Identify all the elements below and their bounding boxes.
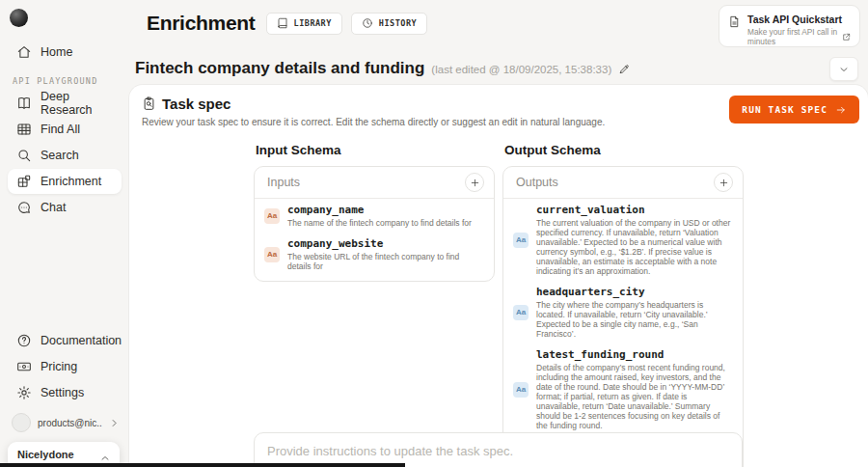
output-field-row[interactable]: Aa headquarters_city The city where the … xyxy=(503,281,743,343)
library-book-icon xyxy=(277,17,288,29)
sidebar-item-deep-research[interactable]: Deep Research xyxy=(8,91,122,116)
sidebar-item-documentation[interactable]: Documentation xyxy=(8,328,122,353)
text-type-badge: Aa xyxy=(264,208,280,224)
sidebar-item-label: Home xyxy=(41,45,72,59)
history-button-label: HISTORY xyxy=(379,18,417,28)
field-name: company_website xyxy=(287,237,482,250)
gear-icon xyxy=(16,385,32,400)
field-name: latest_funding_round xyxy=(536,348,731,361)
sidebar-item-label: Documentation xyxy=(41,334,122,347)
field-name: company_name xyxy=(287,204,472,216)
input-field-row[interactable]: Aa company_website The website URL of th… xyxy=(255,233,494,281)
sidebar-item-label: Find All xyxy=(41,123,80,136)
output-schema-heading: Output Schema xyxy=(504,143,744,157)
page-title-row: Fintech company details and funding (las… xyxy=(135,59,631,78)
sidebar-item-home[interactable]: Home xyxy=(8,40,122,65)
sidebar: Home API PLAYGROUND Deep Research Find A… xyxy=(0,0,129,467)
document-icon xyxy=(728,15,741,39)
run-task-spec-button[interactable]: RUN TASK SPEC xyxy=(729,96,859,124)
banknote-icon xyxy=(16,359,32,374)
last-edited-timestamp: (last edited @ 18/09/2025, 15:38:33) xyxy=(431,64,611,75)
library-button-label: LIBRARY xyxy=(294,18,332,28)
field-name: headquarters_city xyxy=(536,286,731,298)
plus-icon xyxy=(470,178,480,188)
sidebar-item-label: Pricing xyxy=(41,360,77,373)
help-circle-icon xyxy=(16,333,32,348)
quickstart-card[interactable]: Task API Quickstart Make your first API … xyxy=(719,5,860,47)
run-task-spec-label: RUN TASK SPEC xyxy=(742,104,827,115)
task-spec-title: Task spec xyxy=(162,96,231,112)
sidebar-item-find-all[interactable]: Find All xyxy=(8,117,122,142)
plus-icon xyxy=(719,178,729,188)
input-schema-heading: Input Schema xyxy=(256,143,495,157)
chat-bubble-icon xyxy=(16,200,32,215)
sidebar-item-pricing[interactable]: Pricing xyxy=(8,354,122,379)
text-type-badge: Aa xyxy=(513,382,529,398)
table-plus-icon xyxy=(16,174,32,189)
task-spec-panel: Task spec Review your task spec to ensur… xyxy=(129,85,868,467)
workspace-name: Nicelydone xyxy=(17,449,110,460)
field-name: current_valuation xyxy=(536,204,731,216)
field-description: The website URL of the fintech company t… xyxy=(287,252,482,271)
field-description: Details of the company’s most recent fun… xyxy=(536,363,731,430)
collapse-panel-button[interactable] xyxy=(829,57,858,81)
add-output-button[interactable] xyxy=(714,173,733,192)
account-switcher[interactable]: products@nic... xyxy=(12,413,120,432)
sidebar-item-label: Enrichment xyxy=(41,175,101,188)
inputs-card: Inputs Aa company_name The name of the f… xyxy=(254,166,495,282)
field-description: The name of the fintech company to find … xyxy=(287,218,472,228)
output-schema-column: Output Schema Outputs Aa current_valuati… xyxy=(502,143,744,467)
input-field-row[interactable]: Aa company_name The name of the fintech … xyxy=(255,199,494,233)
instruction-input[interactable] xyxy=(254,432,743,467)
task-spec-description: Review your task spec to ensure it is co… xyxy=(142,117,605,127)
output-field-row[interactable]: Aa latest_funding_round Details of the c… xyxy=(503,343,743,435)
home-icon xyxy=(16,44,32,60)
sidebar-section-label: API PLAYGROUND xyxy=(13,76,97,86)
bottom-edge-bar xyxy=(0,463,405,467)
sidebar-item-search[interactable]: Search xyxy=(8,143,122,168)
account-email: products@nic... xyxy=(38,418,102,428)
table-icon xyxy=(16,122,32,137)
sidebar-item-chat[interactable]: Chat xyxy=(8,195,122,220)
chevron-down-icon xyxy=(838,64,850,75)
add-input-button[interactable] xyxy=(465,173,484,192)
output-field-row[interactable]: Aa current_valuation The current valuati… xyxy=(503,199,743,281)
app-header: Enrichment LIBRARY HISTORY xyxy=(147,12,427,35)
sidebar-item-label: Deep Research xyxy=(41,90,113,117)
chevron-right-icon xyxy=(109,418,120,428)
book-open-icon xyxy=(16,96,32,111)
field-description: The current valuation of the company in … xyxy=(536,218,731,276)
history-button[interactable]: HISTORY xyxy=(351,13,427,35)
outputs-card: Outputs Aa current_valuation The current… xyxy=(502,166,744,467)
sidebar-item-settings[interactable]: Settings xyxy=(8,380,122,405)
page-title: Fintech company details and funding xyxy=(135,59,424,78)
sidebar-item-enrichment[interactable]: Enrichment xyxy=(8,169,122,194)
sidebar-item-label: Chat xyxy=(41,201,66,214)
field-description: The city where the company’s headquarter… xyxy=(536,300,731,339)
input-schema-column: Input Schema Inputs Aa company_name The … xyxy=(254,143,495,467)
search-icon xyxy=(16,148,32,163)
app-logo-icon xyxy=(10,9,28,27)
avatar xyxy=(12,413,31,432)
quickstart-title: Task API Quickstart xyxy=(747,14,851,25)
arrow-right-icon xyxy=(835,104,847,116)
sidebar-item-label: Search xyxy=(41,149,79,162)
text-type-badge: Aa xyxy=(264,247,280,262)
app-title: Enrichment xyxy=(147,12,256,35)
clock-icon xyxy=(362,17,373,29)
quickstart-subtitle: Make your first API call in minutes xyxy=(747,27,839,46)
text-type-badge: Aa xyxy=(513,233,529,248)
external-link-icon xyxy=(842,33,851,41)
library-button[interactable]: LIBRARY xyxy=(266,13,342,35)
clipboard-search-icon xyxy=(142,96,156,111)
outputs-card-title: Outputs xyxy=(516,176,558,189)
inputs-card-title: Inputs xyxy=(267,176,300,189)
sidebar-item-label: Settings xyxy=(41,386,84,399)
text-type-badge: Aa xyxy=(513,305,529,320)
edit-pencil-icon[interactable] xyxy=(618,63,631,75)
